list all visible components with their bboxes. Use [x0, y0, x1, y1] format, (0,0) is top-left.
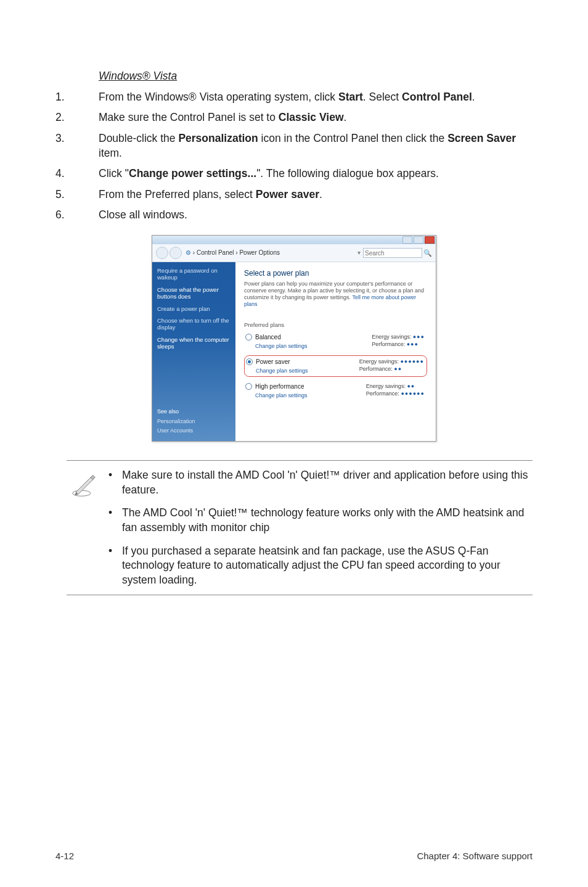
step-text: From the Windows® Vista operating system…: [99, 90, 533, 105]
change-plan-link[interactable]: Change plan settings: [255, 392, 308, 398]
bullet-icon: •: [108, 544, 122, 588]
step-number: 6.: [55, 208, 99, 223]
sidebar-link[interactable]: User Accounts: [157, 427, 231, 434]
sidebar-item[interactable]: Create a power plan: [157, 305, 231, 312]
step-number: 3.: [55, 131, 99, 160]
close-button[interactable]: [425, 236, 435, 244]
change-plan-link[interactable]: Change plan settings: [256, 368, 308, 374]
page-title: Select a power plan: [244, 268, 427, 278]
address-bar: ⚙ › Control Panel › Power Options ▾ 🔍: [152, 244, 436, 262]
minimize-button[interactable]: [402, 236, 412, 244]
tasks-sidebar: Require a password on wakeup Choose what…: [152, 262, 235, 441]
plan-power-saver[interactable]: Power saver Change plan settings Energy …: [244, 355, 427, 377]
step-text: Click "Change power settings...". The fo…: [99, 167, 533, 181]
svg-marker-1: [76, 477, 93, 495]
note-text: The AMD Cool 'n' Quiet!™ technology feat…: [122, 506, 529, 535]
sidebar-item[interactable]: Require a password on wakeup: [157, 267, 231, 281]
step-text: From the Preferred plans, select Power s…: [99, 188, 533, 202]
power-options-screenshot: ⚙ › Control Panel › Power Options ▾ 🔍 Re…: [152, 235, 436, 442]
step-number: 2.: [55, 110, 99, 125]
search-chevron-icon[interactable]: ▾: [357, 249, 361, 257]
breadcrumb[interactable]: ⚙ › Control Panel › Power Options: [186, 249, 354, 257]
main-panel: Select a power plan Power plans can help…: [235, 262, 436, 441]
step-number: 5.: [55, 188, 99, 202]
page-description: Power plans can help you maximize your c…: [244, 281, 427, 307]
sidebar-item[interactable]: Choose what the power buttons does: [157, 286, 231, 300]
step-text: Double-click the Personalization icon in…: [99, 131, 533, 160]
step-number: 1.: [55, 90, 99, 105]
step-text: Make sure the Control Panel is set to Cl…: [99, 110, 533, 125]
sidebar-link[interactable]: Personalization: [157, 418, 231, 425]
note-text: If you purchased a separate heatsink and…: [122, 544, 529, 588]
notes-box: • Make sure to install the AMD Cool 'n' …: [67, 460, 533, 595]
plan-high-performance[interactable]: High performance Change plan settings En…: [244, 381, 427, 401]
subheading-windows-vista: Windows® Vista: [99, 69, 533, 84]
nav-back-button[interactable]: [156, 247, 168, 259]
sidebar-item[interactable]: Choose when to turn off the display: [157, 317, 231, 331]
search-icon[interactable]: 🔍: [423, 249, 432, 258]
plan-balanced[interactable]: Balanced Change plan settings Energy sav…: [244, 331, 427, 352]
preferred-plans-label: Preferred plans: [244, 321, 427, 329]
change-plan-link[interactable]: Change plan settings: [255, 343, 308, 349]
step-text: Close all windows.: [99, 208, 533, 223]
maximize-button[interactable]: [414, 236, 423, 244]
see-also-heading: See also: [157, 408, 231, 415]
radio-icon[interactable]: [245, 334, 252, 340]
sidebar-item[interactable]: Change when the computer sleeps: [157, 336, 231, 350]
note-text: Make sure to install the AMD Cool 'n' Qu…: [122, 468, 529, 497]
page-number: 4-12: [55, 850, 74, 862]
step-number: 4.: [55, 167, 99, 181]
steps-list: 1. From the Windows® Vista operating sys…: [55, 90, 533, 223]
pencil-icon: [70, 471, 97, 587]
radio-icon[interactable]: [246, 358, 253, 365]
search-input[interactable]: [363, 248, 422, 258]
bullet-icon: •: [108, 468, 122, 497]
radio-icon[interactable]: [245, 383, 252, 390]
window-titlebar: [152, 236, 436, 244]
bullet-icon: •: [108, 506, 122, 535]
chapter-label: Chapter 4: Software support: [417, 850, 533, 862]
page-footer: 4-12 Chapter 4: Software support: [55, 850, 533, 862]
nav-forward-button[interactable]: [169, 247, 182, 259]
